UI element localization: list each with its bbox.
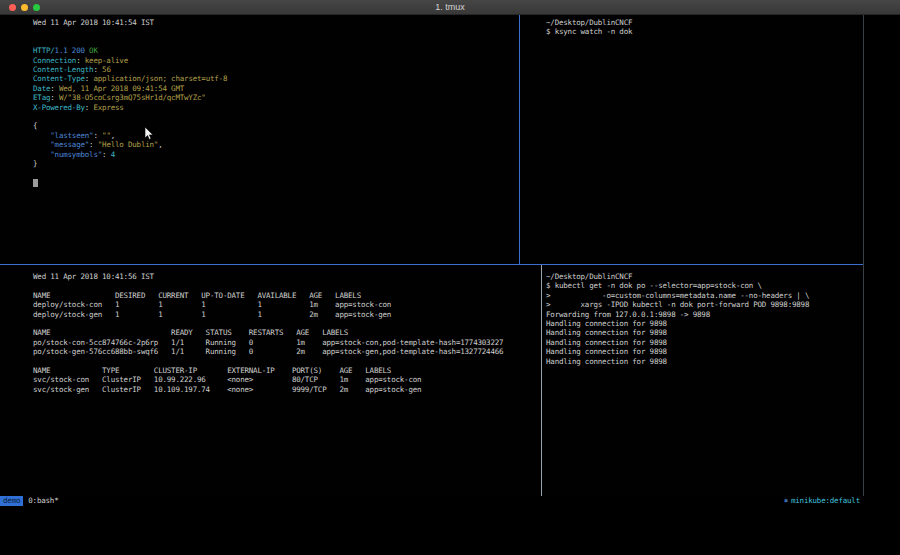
terminal-text-segment: "message" <box>50 140 89 149</box>
terminal-line: "message": "Hello Dublin", <box>33 140 519 149</box>
mouse-cursor-icon <box>144 127 156 141</box>
terminal-line: $ ksync watch -n dok <box>546 27 864 36</box>
terminal-line <box>33 357 541 366</box>
terminal-line: ~/Desktop/DublinCNCF <box>546 272 864 281</box>
terminal-text-segment: Content-Length <box>33 65 93 74</box>
terminal-text-segment <box>33 131 50 140</box>
terminal-text-segment: W/"38-O5coCsrg3mQ75sHr1d/qcMTwYZc" <box>59 93 206 102</box>
terminal-text-segment: : <box>50 84 59 93</box>
tmux-status-bar: demo 0:bash* ⎈ minikube:default <box>0 496 864 506</box>
terminal-text-segment: } <box>33 159 37 168</box>
zoom-button[interactable] <box>33 4 40 11</box>
terminal-line: Wed 11 Apr 2018 10:41:56 IST <box>33 272 541 281</box>
pane-kubectl-resources[interactable]: Wed 11 Apr 2018 10:41:56 IST NAME DESIRE… <box>0 265 541 496</box>
terminal-text-segment: > xargs -IPOD kubectl -n dok port-forwar… <box>546 300 809 309</box>
terminal-text-segment: "" <box>102 131 111 140</box>
terminal-text-segment: po/stock-gen-576cc688bb-swqf6 1/1 Runnin… <box>33 347 503 356</box>
terminal-line: deploy/stock-con 1 1 1 1 1m app=stock-co… <box>33 300 541 309</box>
terminal-text-segment: Wed, 11 Apr 2018 09:41:54 GMT <box>59 84 184 93</box>
terminal-text-segment: ~/Desktop/DublinCNCF <box>546 272 632 281</box>
terminal-text-segment: Handling connection for 9898 <box>546 328 667 337</box>
traffic-lights <box>9 4 40 11</box>
tmux-window-tab[interactable]: 0:bash* <box>28 496 58 506</box>
terminal-line: $ kubectl get -n dok po --selector=app=s… <box>546 281 864 290</box>
terminal-line <box>33 178 519 187</box>
terminal-line: Content-Length: 56 <box>33 65 519 74</box>
terminal-text-segment: svc/stock-con ClusterIP 10.99.222.96 <no… <box>33 375 421 384</box>
terminal-line: Connection: keep-alive <box>33 56 519 65</box>
terminal-line: "lastseen": "", <box>33 131 519 140</box>
terminal-line: Handling connection for 9898 <box>546 328 864 337</box>
terminal-line <box>33 281 541 290</box>
terminal-line <box>33 169 519 178</box>
pane-divider-horizontal[interactable] <box>0 264 864 265</box>
terminal-line: Handling connection for 9898 <box>546 357 864 366</box>
terminal-text-segment: Handling connection for 9898 <box>546 347 667 356</box>
terminal-line: NAME TYPE CLUSTER-IP EXTERNAL-IP PORT(S)… <box>33 366 541 375</box>
window-titlebar: 1. tmux <box>0 0 900 15</box>
window-right-edge <box>863 15 864 496</box>
terminal-text-segment: $ ksync watch -n dok <box>546 27 632 36</box>
pane-port-forward[interactable]: ~/Desktop/DublinCNCF$ kubectl get -n dok… <box>542 265 864 496</box>
close-button[interactable] <box>9 4 16 11</box>
terminal-text-segment: : <box>50 93 59 102</box>
terminal-line: Handling connection for 9898 <box>546 338 864 347</box>
terminal-line: po/stock-con-5cc874766c-2p6rp 1/1 Runnin… <box>33 338 541 347</box>
terminal-text-segment: deploy/stock-con 1 1 1 1 1m app=stock-co… <box>33 300 391 309</box>
minimize-button[interactable] <box>21 4 28 11</box>
terminal-text-segment: : <box>76 56 85 65</box>
terminal-text-segment: svc/stock-gen ClusterIP 10.109.197.74 <n… <box>33 385 421 394</box>
terminal-text-segment: OK <box>89 46 98 55</box>
terminal-cursor <box>33 179 38 187</box>
terminal-text-segment: po/stock-con-5cc874766c-2p6rp 1/1 Runnin… <box>33 338 503 347</box>
terminal-line: NAME READY STATUS RESTARTS AGE LABELS <box>33 328 541 337</box>
terminal-text-segment: 1.1 200 <box>55 46 90 55</box>
terminal-line: X-Powered-By: Express <box>33 103 519 112</box>
terminal-text-segment: Connection <box>33 56 76 65</box>
terminal-text-segment: : <box>93 131 102 140</box>
terminal-text-segment: Handling connection for 9898 <box>546 357 667 366</box>
pane-divider-vertical-top[interactable] <box>519 15 520 264</box>
terminal-text-segment: Content-Type <box>33 74 85 83</box>
terminal-text-segment: , <box>158 140 162 149</box>
terminal-text-segment: : <box>102 150 111 159</box>
terminal-text-segment: deploy/stock-gen 1 1 1 1 2m app=stock-ge… <box>33 310 391 319</box>
terminal-text-segment: , <box>111 131 115 140</box>
terminal-text-segment <box>33 150 50 159</box>
terminal-line: } <box>33 159 519 168</box>
terminal-text-segment: : <box>93 65 102 74</box>
terminal-text-segment <box>33 140 50 149</box>
pane-divider-vertical-bottom[interactable] <box>541 265 542 496</box>
terminal-text-segment: "numsymbols" <box>50 150 102 159</box>
terminal-line: Wed 11 Apr 2018 10:41:54 IST <box>33 18 519 27</box>
pane-http-response[interactable]: Wed 11 Apr 2018 10:41:54 IST HTTP/1.1 20… <box>0 15 519 264</box>
terminal-text-segment: Date <box>33 84 50 93</box>
terminal-text-segment: "Hello Dublin" <box>98 140 158 149</box>
terminal-line: > xargs -IPOD kubectl -n dok port-forwar… <box>546 300 864 309</box>
terminal-text-segment: Handling connection for 9898 <box>546 338 667 347</box>
kube-context-label: minikube:default <box>791 496 860 506</box>
terminal-text-segment: Forwarding from 127.0.0.1:9898 -> 9898 <box>546 310 710 319</box>
terminal-line <box>33 112 519 121</box>
terminal-text-segment: NAME DESIRED CURRENT UP-TO-DATE AVAILABL… <box>33 291 361 300</box>
pane-ksync-watch[interactable]: ~/Desktop/DublinCNCF$ ksync watch -n dok <box>520 15 864 264</box>
terminal-text-segment: Handling connection for 9898 <box>546 319 667 328</box>
terminal-text-segment: Wed 11 Apr 2018 10:41:56 IST <box>33 272 154 281</box>
terminal-text-segment: NAME TYPE CLUSTER-IP EXTERNAL-IP PORT(S)… <box>33 366 391 375</box>
terminal-line: deploy/stock-gen 1 1 1 1 2m app=stock-ge… <box>33 310 541 319</box>
terminal-text-segment: ETag <box>33 93 50 102</box>
window-title: 1. tmux <box>0 0 900 15</box>
terminal-text-segment: "lastseen" <box>50 131 93 140</box>
terminal-text-segment: keep-alive <box>85 56 128 65</box>
terminal-line: { <box>33 121 519 130</box>
terminal-text-segment: X-Powered-By <box>33 103 85 112</box>
terminal-line: po/stock-gen-576cc688bb-swqf6 1/1 Runnin… <box>33 347 541 356</box>
terminal-line: > -o=custom-columns=metadata.name --no-h… <box>546 291 864 300</box>
terminal-text-segment: application/json; charset=utf-8 <box>93 74 227 83</box>
terminal-text-segment: NAME READY STATUS RESTARTS AGE LABELS <box>33 328 348 337</box>
terminal-text-segment: HTTP/ <box>33 46 55 55</box>
terminal-line: ~/Desktop/DublinCNCF <box>546 18 864 27</box>
terminal-line: Content-Type: application/json; charset=… <box>33 74 519 83</box>
kubernetes-helm-icon: ⎈ <box>784 496 788 506</box>
terminal-line <box>33 37 519 46</box>
